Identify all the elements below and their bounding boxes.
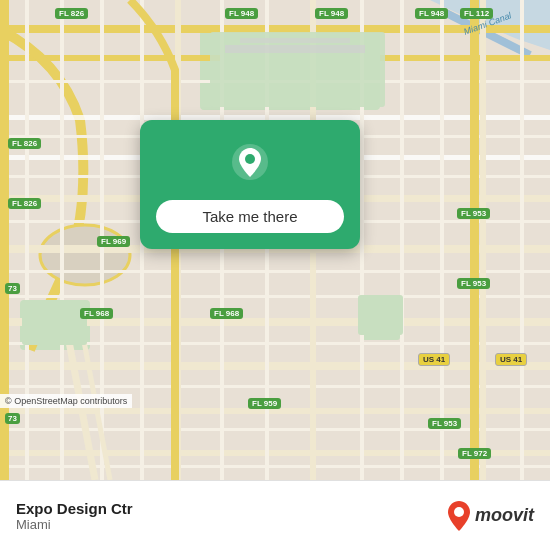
svg-rect-38 [520, 0, 524, 480]
svg-rect-39 [0, 0, 9, 480]
svg-point-48 [245, 154, 255, 164]
location-pin-icon [228, 140, 272, 184]
moovit-pin-icon [447, 501, 471, 531]
svg-rect-44 [240, 38, 350, 43]
svg-rect-28 [100, 0, 104, 480]
osm-attribution: © OpenStreetMap contributors [0, 394, 132, 408]
moovit-brand-text: moovit [475, 505, 534, 526]
svg-rect-15 [0, 450, 550, 456]
svg-rect-21 [0, 295, 550, 298]
location-info: Expo Design Ctr Miami [16, 500, 133, 532]
bottom-bar: Expo Design Ctr Miami moovit [0, 480, 550, 550]
svg-rect-27 [60, 0, 64, 480]
svg-rect-13 [0, 362, 550, 370]
svg-rect-20 [0, 270, 550, 273]
location-city: Miami [16, 517, 133, 532]
svg-rect-45 [22, 300, 87, 345]
moovit-logo: moovit [447, 501, 534, 531]
svg-rect-37 [480, 0, 486, 480]
svg-rect-26 [25, 0, 29, 480]
svg-rect-23 [0, 385, 550, 388]
svg-rect-46 [358, 295, 403, 335]
svg-rect-40 [470, 0, 479, 480]
svg-rect-42 [210, 32, 385, 107]
popup-card: Take me there [140, 120, 360, 249]
svg-point-49 [454, 507, 464, 517]
svg-rect-43 [225, 45, 365, 53]
svg-rect-36 [440, 0, 444, 480]
svg-rect-25 [0, 465, 550, 468]
svg-rect-6 [380, 55, 550, 61]
svg-rect-35 [400, 0, 404, 480]
location-name: Expo Design Ctr [16, 500, 133, 517]
take-me-there-button[interactable]: Take me there [156, 200, 344, 233]
map-container: Miami Canal FL 826 FL 826 FL 826 FL 948 … [0, 0, 550, 480]
svg-point-7 [40, 225, 130, 285]
